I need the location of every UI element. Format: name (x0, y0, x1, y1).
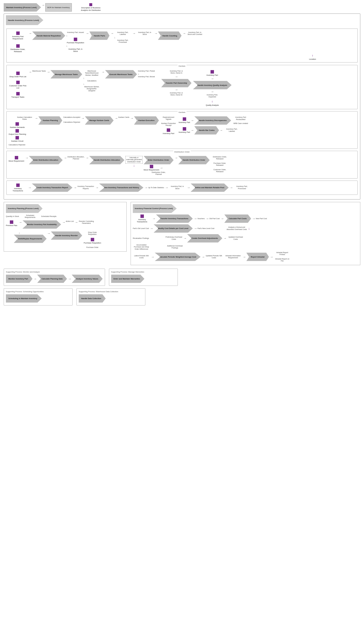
wh-inputs: Shop Order Pick List Customer Order Pick… (8, 72, 27, 98)
quality-analysis-node: ↑ Quality Analysis (206, 100, 219, 106)
dist-rel-label: Distribution Order, Released (211, 156, 228, 160)
transport-tasks-label: Transport Tasks (11, 96, 24, 98)
enter-dist-order-node: Enter Distribution Order (144, 156, 174, 164)
handle-data-shape: Handle Data Collection (79, 294, 106, 302)
handle-reorder-node: Handle Inventory Reorder (51, 232, 82, 240)
page: Maintain Inventory (Process Level) → BOR… (0, 0, 364, 308)
financial-row5: Latest Periodic WA Costs → Calculate Per… (133, 252, 358, 262)
move-req-node: Move Requirement (8, 156, 24, 162)
wh-modified-node: Warehouse Tasks/Warehouse Worker, Modifi… (83, 70, 100, 76)
inv-part-k-icon (167, 128, 170, 132)
inv-stock-ob-node: Inventory Part, in Stock, Owner B (168, 92, 185, 96)
arr45: → (184, 236, 187, 240)
arr44: → (194, 226, 197, 230)
manage-kanban-shape: Manage Kanban Cards (85, 116, 114, 125)
analysis-down-arrow: ↓ (248, 226, 250, 230)
inv-trans-reports-label: Inventory Transaction Reports (77, 186, 94, 190)
purch-req2-icon (91, 238, 94, 241)
analyze-inv-shape: Analyze Inventory Values (72, 274, 102, 283)
revaluation-label: Revaluation Postings (133, 237, 149, 239)
sched-req-node: Scheduled Requirements (22, 214, 38, 219)
arr38: → (152, 217, 156, 220)
kanban-demands-icon (16, 122, 19, 126)
manage-wh-tasks-shape: Manage Warehouse Tasks (50, 70, 82, 78)
inv-part-qual-label: Inventory Part (206, 74, 218, 76)
vouchers-label: Vouchers (198, 218, 205, 220)
dist-order-rel-icon (16, 44, 20, 48)
mrb-case-node: MRB Case created (232, 122, 250, 124)
calc-rejected-node: Calculations Rejected (8, 144, 25, 146)
cust-order-pl-label: Customer Order Pick List (8, 84, 27, 89)
kanban-cards-node: Kanban Cards (118, 116, 129, 118)
updated-periodic-label: Updated Periodic WA Costs (205, 255, 222, 259)
arr29: → (96, 186, 98, 190)
location-row: ↑ Location (8, 54, 356, 60)
two-col-section: Inventory Planning (Process Level) Quant… (4, 202, 360, 266)
exec-wh-tasks-node: Execute Warehouse Tasks (105, 70, 137, 78)
handle-data-node: Handle Data Collection (79, 294, 106, 302)
transport-tasks-node: Transport Tasks (8, 92, 27, 98)
intrastat-info-label: Intrastat Information Requirement (224, 255, 242, 259)
enter-warranties-node: Enter and Maintain Warranties (111, 274, 144, 283)
po-rel-node: Purchase Order, Released (211, 162, 228, 166)
purch-req-label: Purchase Requisition (67, 42, 84, 44)
support-warranties-box: Supporting Process: Manage Warranties En… (109, 268, 178, 286)
additional-overhead-node: Additional Overhead Postings (166, 245, 184, 249)
arr22: → (25, 156, 28, 160)
inv-part-issued-node: Inventory Part, Issued (66, 32, 84, 34)
mat-req-outputs: Inventory Part, Issued ↓ Purchase Requis… (66, 32, 84, 52)
monitor-inv-shape: Monitor Inventory Part Availability (22, 220, 61, 229)
cust-order-pl-icon (16, 81, 20, 84)
inv-labeled2-node: Inventory Part, Labeled (223, 128, 240, 132)
output-plan-label: Output from Planning (8, 133, 26, 135)
calc-part-costs-node: Calculate Part Costs (224, 214, 251, 223)
calc-rejected2-label: Calculations Rejected (64, 121, 80, 123)
old-part-cost-node: Old Part Cost (209, 218, 220, 220)
inv-planning-header: Inventory Planning (Process Level) (6, 204, 124, 213)
analysis-node: Analysis of Actual and Absorbed Overhead… (226, 226, 248, 230)
prev-plan-label: Previous Plan (6, 224, 17, 226)
support-warehouse-flow: Handle Data Collection (79, 294, 143, 302)
arr11: → (175, 75, 178, 78)
revaluation-node: Revaluation Postings (133, 237, 149, 239)
report-intrastat-node: Report Intrastat (246, 252, 269, 261)
updated-periodic-node: Updated Periodic WA Costs (205, 255, 222, 259)
refill-node: Refill/Replan Requirements (14, 235, 47, 243)
arr12: → (175, 88, 178, 92)
handle-dist-order-node: Handle Distribution Order (178, 156, 210, 164)
planning-outputs: Calculations Accepted Calculations Rejec… (63, 116, 80, 124)
scheduling-shape: Scheduling in Maintain Inventory (6, 294, 42, 302)
arr33: → (230, 186, 233, 190)
intrastat-file-node: Intrastat Report on File (274, 258, 291, 262)
int-ext-down-arrow: ↓ (133, 164, 135, 167)
handle-parts-shape: Handle Parts (89, 32, 110, 40)
prev-plan-col: Previous Plan (6, 220, 17, 226)
shop-order-req-node: Shop Order Requisition (84, 232, 101, 236)
dist-alloc-plan-node: Distribution Allocation, Planned (68, 156, 84, 160)
handle-counting-shape: Handle Counting (158, 32, 182, 40)
planning-main-flow: Previous Plan → Monitor Inventory Part A… (6, 220, 124, 250)
arr24: → (86, 156, 89, 160)
move-req2-icon (150, 165, 153, 168)
intrastat-file-label: Intrastat Report on File (274, 258, 291, 262)
arr17: → (114, 116, 118, 120)
quality-analysis-row: ↑ Quality Analysis (206, 100, 219, 106)
location-label: Location (309, 58, 316, 60)
exec-outputs: Inventory Part, Picked ↓ Inventory Part,… (138, 70, 155, 78)
intrastat-outputs: Intrastat Report Printed Intrastat Repor… (274, 252, 291, 262)
handle-dist-order-shape: Handle Distribution Order (178, 156, 210, 164)
discr-outputs: Inventory Part Reclassified MRB Case cre… (232, 116, 250, 124)
create-overhead-shape: Create Overhead Adjustments (187, 234, 222, 242)
inv-moved-label: Inventory Part, Moved (138, 76, 155, 78)
kanban-calc-rules-node: Kanban Calculation Rules (16, 116, 33, 120)
arr48: → (202, 255, 205, 259)
int-ext-col: Internally or externally generated Distr… (126, 156, 143, 167)
accumulated-node: Accumulated Purchase and Shop Order Diff… (133, 244, 150, 250)
inv-part-stock-node: Inventory Part, in Stock (66, 48, 84, 52)
dist-order-plan-label: Distribution Order, Planned (150, 172, 167, 176)
inv-trans-f-icon (140, 214, 144, 218)
handle-bar-shape: Handle Bar Codes (194, 126, 219, 134)
dist-order-branch: Enter Distribution Order Move Requiremen… (144, 156, 174, 176)
arr5: → (132, 32, 136, 35)
desc-node: Description of Business Analytics for Di… (80, 3, 102, 12)
